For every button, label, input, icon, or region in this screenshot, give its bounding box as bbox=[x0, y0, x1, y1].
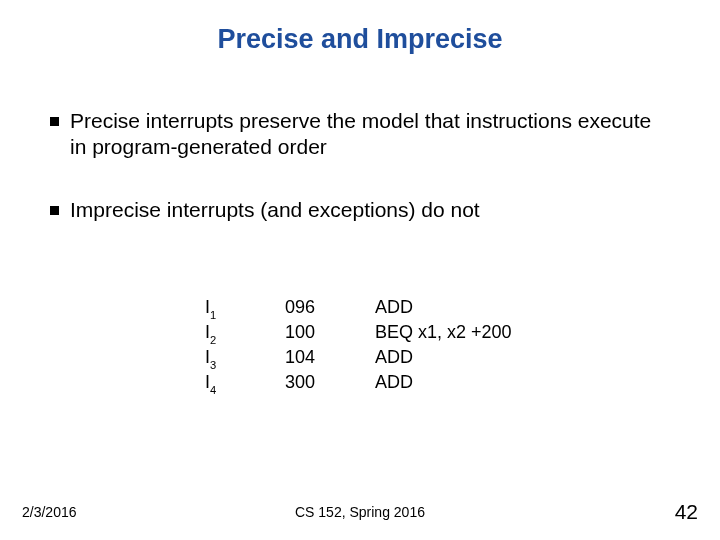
bullet-text: Precise interrupts preserve the model th… bbox=[70, 109, 651, 158]
slide: Precise and Imprecise Precise interrupts… bbox=[0, 0, 720, 540]
instr-op: ADD bbox=[375, 346, 555, 371]
page-number: 42 bbox=[675, 500, 698, 524]
instr-op: ADD bbox=[375, 296, 555, 321]
slide-title: Precise and Imprecise bbox=[0, 24, 720, 55]
table-row: I1 096 ADD bbox=[205, 296, 555, 321]
instr-op: BEQ x1, x2 +200 bbox=[375, 321, 555, 346]
bullet-item: Imprecise interrupts (and exceptions) do… bbox=[50, 197, 670, 223]
table-row: I4 300 ADD bbox=[205, 371, 555, 396]
bullet-text: Imprecise interrupts (and exceptions) do… bbox=[70, 198, 480, 221]
table-row: I2 100 BEQ x1, x2 +200 bbox=[205, 321, 555, 346]
footer-course: CS 152, Spring 2016 bbox=[0, 504, 720, 520]
instr-label: I2 bbox=[205, 321, 285, 346]
instr-addr: 096 bbox=[285, 296, 375, 321]
table-row: I3 104 ADD bbox=[205, 346, 555, 371]
instr-addr: 104 bbox=[285, 346, 375, 371]
instr-addr: 100 bbox=[285, 321, 375, 346]
bullet-square-icon bbox=[50, 206, 59, 215]
instr-label: I1 bbox=[205, 296, 285, 321]
instr-label: I3 bbox=[205, 346, 285, 371]
instr-op: ADD bbox=[375, 371, 555, 396]
slide-body: Precise interrupts preserve the model th… bbox=[50, 108, 670, 259]
instruction-table: I1 096 ADD I2 100 BEQ x1, x2 +200 I3 104… bbox=[205, 296, 555, 396]
bullet-square-icon bbox=[50, 117, 59, 126]
instr-label: I4 bbox=[205, 371, 285, 396]
instr-addr: 300 bbox=[285, 371, 375, 396]
bullet-item: Precise interrupts preserve the model th… bbox=[50, 108, 670, 161]
